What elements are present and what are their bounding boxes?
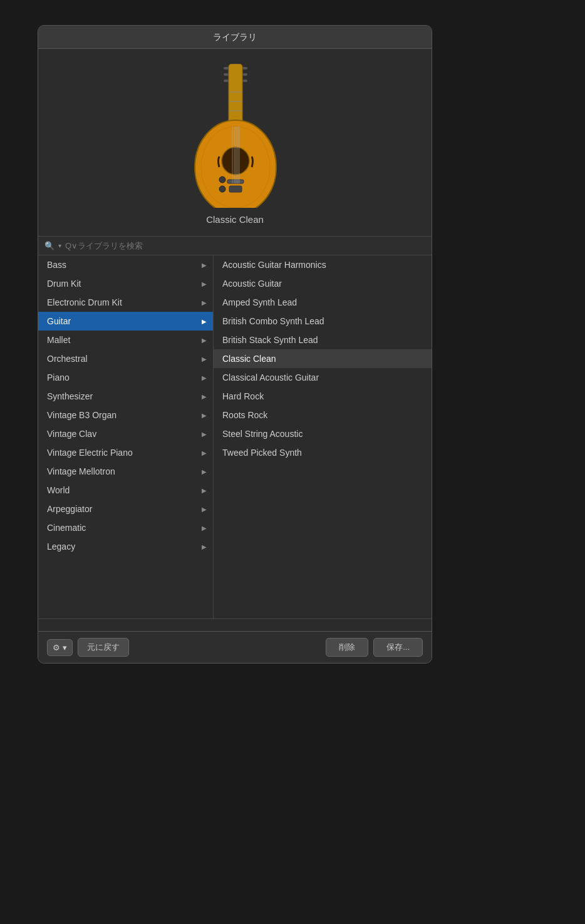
search-bar[interactable]: 🔍 ▾ [38, 237, 432, 255]
library-panel: ライブラリ [38, 25, 432, 664]
arrow-icon: ▶ [202, 356, 207, 362]
sidebar-item-legacy[interactable]: Legacy▶ [38, 537, 213, 556]
bottom-toolbar: ⚙ ▾ 元に戻す 削除 保存... [38, 631, 432, 663]
category-label: Vintage B3 Organ [47, 410, 116, 420]
svg-rect-1 [224, 67, 229, 69]
category-label: Mallet [47, 335, 70, 345]
sidebar-item-world[interactable]: World▶ [38, 481, 213, 500]
category-label: Vintage Clav [47, 429, 96, 439]
svg-rect-4 [242, 67, 247, 69]
preset-label: Steel String Acoustic [222, 429, 303, 439]
preset-label: Acoustic Guitar [222, 279, 282, 289]
sidebar-item-vintage-clav[interactable]: Vintage Clav▶ [38, 424, 213, 443]
gear-icon: ⚙ [53, 643, 60, 652]
preset-item-classic-clean[interactable]: Classic Clean [214, 349, 432, 368]
svg-point-23 [219, 186, 225, 192]
preset-label: Acoustic Guitar Harmonics [222, 260, 326, 270]
gear-chevron-icon: ▾ [63, 643, 67, 652]
preset-item-steel-string-acoustic[interactable]: Steel String Acoustic [214, 424, 432, 443]
arrow-icon: ▶ [202, 543, 207, 550]
preset-label: British Combo Synth Lead [222, 316, 324, 326]
save-button[interactable]: 保存... [373, 638, 423, 657]
arrow-icon: ▶ [202, 374, 207, 381]
svg-rect-3 [224, 80, 229, 82]
sidebar-item-guitar[interactable]: Guitar▶ [38, 312, 213, 331]
window-title: ライブラリ [213, 32, 257, 42]
preset-item-amped-synth-lead[interactable]: Amped Synth Lead [214, 293, 432, 312]
category-label: Electronic Drum Kit [47, 297, 122, 307]
arrow-icon: ▶ [202, 431, 207, 438]
sidebar-item-bass[interactable]: Bass▶ [38, 255, 213, 274]
arrow-icon: ▶ [202, 393, 207, 400]
arrow-icon: ▶ [202, 337, 207, 344]
preset-item-hard-rock[interactable]: Hard Rock [214, 387, 432, 406]
category-list: Bass▶Drum Kit▶Electronic Drum Kit▶Guitar… [38, 255, 214, 619]
content-area: Bass▶Drum Kit▶Electronic Drum Kit▶Guitar… [38, 255, 432, 619]
arrow-icon: ▶ [202, 449, 207, 456]
category-label: Bass [47, 260, 66, 270]
gear-button[interactable]: ⚙ ▾ [47, 639, 73, 656]
preset-label: Roots Rock [222, 410, 267, 420]
category-label: Drum Kit [47, 279, 81, 289]
sidebar-item-drum-kit[interactable]: Drum Kit▶ [38, 274, 213, 293]
preset-item-acoustic-guitar-harmonics[interactable]: Acoustic Guitar Harmonics [214, 255, 432, 274]
preset-item-british-combo-synth-lead[interactable]: British Combo Synth Lead [214, 312, 432, 331]
arrow-icon: ▶ [202, 299, 207, 306]
sidebar-item-piano[interactable]: Piano▶ [38, 368, 213, 387]
category-label: Legacy [47, 542, 75, 552]
arrow-icon: ▶ [202, 506, 207, 513]
sidebar-item-arpeggiator[interactable]: Arpeggiator▶ [38, 500, 213, 518]
preset-label: Hard Rock [222, 391, 264, 401]
preview-area: Classic Clean [38, 49, 432, 237]
svg-rect-5 [242, 73, 247, 76]
svg-rect-0 [229, 64, 242, 126]
sidebar-item-cinematic[interactable]: Cinematic▶ [38, 518, 213, 537]
category-label: Piano [47, 372, 70, 382]
preset-label: Classic Clean [222, 354, 276, 364]
preset-label: British Stack Synth Lead [222, 335, 318, 345]
category-label: Guitar [47, 316, 71, 326]
arrow-icon: ▶ [202, 487, 207, 494]
category-label: Vintage Mellotron [47, 466, 115, 476]
sidebar-item-synthesizer[interactable]: Synthesizer▶ [38, 387, 213, 406]
category-label: Arpeggiator [47, 504, 92, 514]
category-label: Vintage Electric Piano [47, 448, 133, 458]
sidebar-item-electronic-drum-kit[interactable]: Electronic Drum Kit▶ [38, 293, 213, 312]
sidebar-item-orchestral[interactable]: Orchestral▶ [38, 349, 213, 368]
sidebar-item-vintage-b3-organ[interactable]: Vintage B3 Organ▶ [38, 406, 213, 424]
preset-label: Amped Synth Lead [222, 297, 297, 307]
sidebar-item-mallet[interactable]: Mallet▶ [38, 331, 213, 349]
category-label: Synthesizer [47, 391, 93, 401]
preset-item-british-stack-synth-lead[interactable]: British Stack Synth Lead [214, 331, 432, 349]
category-label: Cinematic [47, 523, 86, 533]
preview-label: Classic Clean [206, 214, 264, 225]
svg-rect-6 [242, 80, 247, 82]
arrow-icon: ▶ [202, 262, 207, 269]
arrow-icon: ▶ [202, 525, 207, 531]
search-icon: 🔍 [44, 241, 54, 250]
guitar-image [172, 64, 298, 208]
category-label: Orchestral [47, 354, 88, 364]
category-label: World [47, 485, 70, 495]
preset-label: Tweed Picked Synth [222, 448, 302, 458]
preset-item-classical-acoustic-guitar[interactable]: Classical Acoustic Guitar [214, 368, 432, 387]
preset-item-tweed-picked-synth[interactable]: Tweed Picked Synth [214, 443, 432, 462]
revert-button[interactable]: 元に戻す [78, 638, 129, 657]
svg-point-22 [219, 177, 225, 183]
sidebar-item-vintage-electric-piano[interactable]: Vintage Electric Piano▶ [38, 443, 213, 462]
sidebar-item-vintage-mellotron[interactable]: Vintage Mellotron▶ [38, 462, 213, 481]
arrow-icon: ▶ [202, 318, 207, 325]
search-input[interactable] [65, 241, 425, 250]
search-chevron-icon: ▾ [58, 242, 61, 249]
preset-item-roots-rock[interactable]: Roots Rock [214, 406, 432, 424]
bottom-spacer [38, 619, 432, 631]
arrow-icon: ▶ [202, 280, 207, 287]
arrow-icon: ▶ [202, 468, 207, 475]
arrow-icon: ▶ [202, 412, 207, 419]
svg-rect-15 [229, 186, 242, 192]
preset-item-acoustic-guitar[interactable]: Acoustic Guitar [214, 274, 432, 293]
preset-label: Classical Acoustic Guitar [222, 372, 319, 382]
title-bar: ライブラリ [38, 26, 432, 49]
preset-list: Acoustic Guitar HarmonicsAcoustic Guitar… [214, 255, 432, 619]
delete-button[interactable]: 削除 [326, 638, 368, 657]
